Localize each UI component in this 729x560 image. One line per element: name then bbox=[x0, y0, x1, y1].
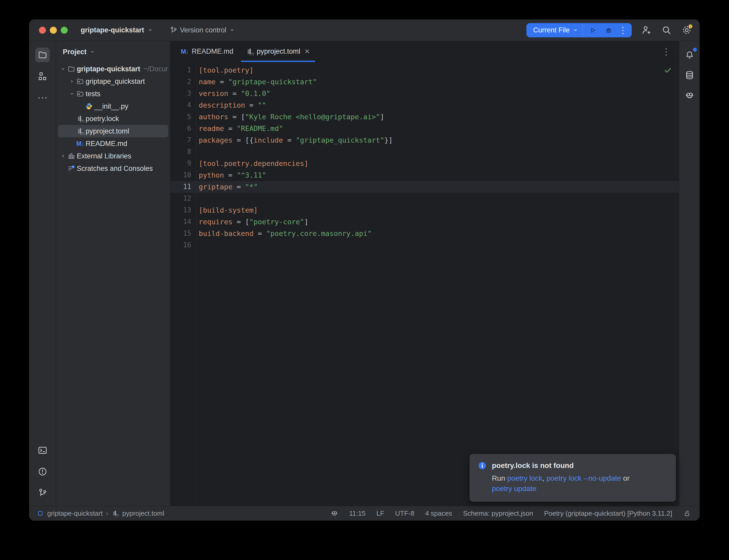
line-number-13: 13 bbox=[170, 204, 196, 216]
project-tool-button[interactable] bbox=[35, 48, 50, 62]
chevron-down-icon[interactable] bbox=[68, 90, 76, 98]
tree-item-tests[interactable]: tests bbox=[58, 88, 168, 100]
inspections-ok-icon[interactable] bbox=[663, 66, 672, 75]
code-line-4[interactable]: description = "" bbox=[199, 99, 679, 111]
folder-icon bbox=[67, 65, 75, 73]
notification-line: poetry update bbox=[492, 484, 668, 494]
project-switcher[interactable]: griptape-quickstart bbox=[81, 26, 154, 34]
code-content[interactable]: [tool.poetry]name = "griptape-quickstart… bbox=[197, 62, 679, 506]
project-tree: griptape-quickstart~/Docume griptape_qui… bbox=[56, 63, 170, 506]
run-config-selector[interactable]: Current File bbox=[533, 26, 570, 34]
code-line-7[interactable]: packages = [{include = "griptape_quickst… bbox=[199, 134, 679, 146]
code-line-2[interactable]: name = "griptape-quickstart" bbox=[199, 76, 679, 88]
editor-options-kebab-icon[interactable]: ⋮ bbox=[654, 46, 679, 57]
toml-icon: [T] bbox=[76, 127, 84, 135]
tree-item-griptape-quickstart[interactable]: griptape_quickstart bbox=[58, 75, 168, 88]
notification-action-link[interactable]: poetry lock --no-update bbox=[546, 474, 621, 482]
code-line-3[interactable]: version = "0.1.0" bbox=[199, 88, 679, 99]
editor-area: M↓ README.md [T] pyproject.toml ✕ ⋮ 1234… bbox=[170, 41, 679, 506]
project-square-icon bbox=[36, 509, 44, 517]
close-tab-icon[interactable]: ✕ bbox=[304, 48, 310, 55]
svg-text:[T]: [T] bbox=[80, 132, 84, 135]
structure-tool-button[interactable] bbox=[35, 69, 50, 83]
notification-action-link[interactable]: poetry update bbox=[492, 485, 536, 493]
main-area: ⋯ Project griptape-quickstart~/Docu bbox=[29, 41, 700, 506]
run-button[interactable] bbox=[585, 23, 601, 37]
project-switcher-label: griptape-quickstart bbox=[81, 26, 144, 34]
breadcrumb-file[interactable]: pyproject.toml bbox=[122, 509, 164, 517]
caret-position-widget[interactable]: 11:15 bbox=[349, 509, 366, 517]
code-line-11[interactable]: griptape = "*" bbox=[199, 181, 679, 193]
notifications-bell-icon[interactable] bbox=[683, 49, 696, 61]
tree-item-init-py[interactable]: __init__.py bbox=[58, 100, 168, 113]
toml-file-icon: [T] bbox=[111, 509, 119, 517]
chevron-down-icon[interactable] bbox=[572, 27, 579, 33]
tab-pyproject[interactable]: [T] pyproject.toml ✕ bbox=[240, 41, 316, 62]
line-number-4: 4 bbox=[170, 99, 196, 111]
breadcrumb-project[interactable]: griptape-quickstart bbox=[47, 509, 103, 517]
chevron-down-icon bbox=[229, 27, 235, 33]
close-window-button[interactable] bbox=[39, 27, 46, 34]
chevron-right-icon[interactable] bbox=[59, 152, 67, 160]
code-line-16[interactable] bbox=[199, 239, 679, 251]
search-icon[interactable] bbox=[661, 24, 672, 36]
git-branch-icon bbox=[170, 26, 177, 34]
interpreter-widget[interactable]: Poetry (griptape-quickstart) [Python 3.1… bbox=[544, 509, 672, 517]
folder-sub-icon bbox=[76, 90, 84, 98]
line-number-1: 1 bbox=[170, 64, 196, 76]
chevron-down-icon[interactable] bbox=[59, 65, 67, 73]
tree-item-path: ~/Docume bbox=[143, 65, 168, 73]
terminal-tool-button[interactable] bbox=[35, 443, 50, 458]
tree-item-griptape-quickstart[interactable]: griptape-quickstart~/Docume bbox=[58, 63, 168, 75]
chevron-right-icon: › bbox=[106, 509, 108, 517]
schema-widget[interactable]: Schema: pyproject.json bbox=[463, 509, 533, 517]
notification-action-link[interactable]: poetry lock bbox=[507, 474, 542, 482]
tree-item-pyproject-toml[interactable]: [T] pyproject.toml bbox=[58, 125, 168, 137]
svg-text:[T]: [T] bbox=[115, 514, 119, 517]
code-line-13[interactable]: [build-system] bbox=[199, 204, 679, 216]
indent-widget[interactable]: 4 spaces bbox=[425, 509, 452, 517]
database-tool-icon[interactable] bbox=[683, 69, 696, 81]
run-more-actions-button[interactable]: ⋮ bbox=[617, 23, 629, 37]
more-tool-windows-button[interactable]: ⋯ bbox=[35, 90, 50, 105]
tree-item-external-libraries[interactable]: External Libraries bbox=[58, 150, 168, 162]
debug-button[interactable] bbox=[601, 23, 617, 37]
code-line-8[interactable] bbox=[199, 146, 679, 158]
code-line-15[interactable]: build-backend = "poetry.core.masonry.api… bbox=[199, 228, 679, 239]
code-line-6[interactable]: readme = "README.md" bbox=[199, 123, 679, 134]
tree-item-label: README.md bbox=[86, 140, 127, 148]
code-line-14[interactable]: requires = ["poetry-core"] bbox=[199, 216, 679, 228]
chevron-right-icon[interactable] bbox=[68, 78, 76, 85]
editor-gutter[interactable]: 12345678910111213141516 bbox=[170, 62, 197, 506]
vcs-widget[interactable]: Version control bbox=[170, 26, 236, 34]
line-ending-widget[interactable]: LF bbox=[377, 509, 384, 517]
settings-gear-icon[interactable] bbox=[681, 24, 692, 36]
add-user-icon[interactable] bbox=[641, 24, 652, 36]
problems-tool-button[interactable] bbox=[35, 464, 50, 479]
right-tool-strip bbox=[679, 41, 700, 506]
chevron-spacer bbox=[77, 102, 85, 110]
line-number-2: 2 bbox=[170, 76, 196, 88]
code-line-10[interactable]: python = "^3.11" bbox=[199, 169, 679, 181]
line-number-3: 3 bbox=[170, 88, 196, 99]
svg-text:[T]: [T] bbox=[80, 120, 84, 123]
python-icon bbox=[85, 102, 93, 110]
unlock-icon[interactable] bbox=[683, 509, 691, 517]
tree-item-readme-md[interactable]: M↓ README.md bbox=[58, 137, 168, 150]
git-tool-button[interactable] bbox=[35, 486, 50, 500]
tab-readme[interactable]: M↓ README.md bbox=[175, 41, 240, 62]
line-number-16: 16 bbox=[170, 239, 196, 251]
code-line-1[interactable]: [tool.poetry] bbox=[199, 64, 679, 76]
ai-assistant-status-icon[interactable] bbox=[330, 509, 338, 517]
zoom-window-button[interactable] bbox=[61, 27, 68, 34]
encoding-widget[interactable]: UTF-8 bbox=[395, 509, 414, 517]
ai-assistant-icon[interactable] bbox=[683, 89, 696, 102]
project-panel-header[interactable]: Project bbox=[56, 41, 170, 63]
tree-item-label: tests bbox=[86, 90, 100, 98]
tree-item-scratches-and-consoles[interactable]: Scratches and Consoles bbox=[58, 162, 168, 175]
code-line-12[interactable] bbox=[199, 193, 679, 204]
minimize-window-button[interactable] bbox=[50, 27, 57, 34]
code-line-5[interactable]: authors = ["Kyle Roche <hello@griptape.a… bbox=[199, 111, 679, 123]
code-line-9[interactable]: [tool.poetry.dependencies] bbox=[199, 158, 679, 169]
tree-item-poetry-lock[interactable]: [T] poetry.lock bbox=[58, 113, 168, 125]
